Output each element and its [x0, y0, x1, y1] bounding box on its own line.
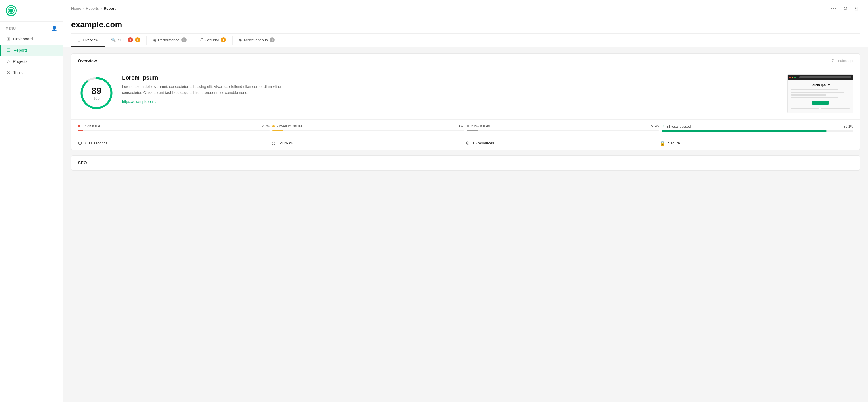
meta-resources-value: 15 resources	[473, 141, 494, 145]
seo-card-header: SEO	[71, 156, 860, 170]
stat-high-fill	[78, 130, 83, 131]
sidebar-item-projects[interactable]: ◇ Projects	[0, 56, 63, 67]
breadcrumb-reports[interactable]: Reports	[86, 6, 99, 11]
breadcrumb-home[interactable]: Home	[71, 6, 81, 11]
misc-badge: 1	[270, 37, 275, 42]
score-circle: 89 100	[78, 74, 115, 112]
tab-overview[interactable]: ⊟ Overview	[71, 34, 104, 47]
seo-card: SEO	[71, 155, 860, 171]
meta-size-value: 54.26 kB	[279, 141, 293, 145]
secure-icon: 🔒	[659, 141, 665, 146]
sidebar-item-dashboard[interactable]: ⊞ Dashboard	[0, 33, 63, 44]
tab-seo[interactable]: 🔍 SEO 1 1	[105, 34, 146, 47]
meta-row: ⏱ 0.11 seconds ⚖ 54.26 kB ⚙ 15 resources…	[71, 136, 860, 150]
meta-time-value: 0.11 seconds	[85, 141, 107, 145]
check-icon: ✓	[661, 124, 665, 129]
stat-passed: ✓ 31 tests passed 86.1%	[661, 124, 854, 131]
topbar-actions: ··· ↻ 🖨	[829, 4, 860, 13]
tools-icon: ✕	[7, 70, 10, 75]
preview-line-3	[791, 94, 826, 96]
site-description: Lorem ipsum dolor sit amet, consectetur …	[122, 84, 283, 96]
projects-icon: ◇	[7, 59, 10, 64]
preview-dot-red	[789, 77, 791, 78]
overview-card: Overview 7 minutes ago 89	[71, 53, 860, 150]
breadcrumb-sep1: ›	[83, 6, 84, 11]
stat-passed-fill	[661, 130, 827, 131]
meta-secure-value: Secure	[668, 141, 680, 145]
score-total: 100	[91, 96, 102, 100]
preview-footer-left	[791, 108, 819, 110]
stat-medium-pct: 5.6%	[456, 124, 464, 128]
preview-content: Lorem Ipsum	[787, 80, 853, 113]
meta-secure: 🔒 Secure	[659, 141, 854, 146]
seo-badge-yellow: 1	[135, 37, 140, 42]
sidebar-item-reports[interactable]: ☰ Reports	[0, 44, 63, 56]
stat-low-label: 2 low issues	[471, 124, 490, 128]
sidebar-nav: ⊞ Dashboard ☰ Reports ◇ Projects ✕ Tools	[0, 33, 63, 402]
stat-low-bar	[467, 130, 659, 131]
seo-section-title: SEO	[78, 160, 87, 165]
tab-performance[interactable]: ◉ Performance 1	[147, 34, 193, 47]
dot-high	[78, 125, 80, 127]
preview-title: Lorem Ipsum	[791, 83, 849, 87]
stats-row: 1 high issue 2.8% 2 medium issues 5.6%	[71, 119, 860, 136]
tabs: ⊟ Overview 🔍 SEO 1 1 ◉ Performance 1 🛡 S…	[71, 33, 860, 47]
tab-security[interactable]: 🛡 Security 1	[193, 34, 232, 47]
stat-low-pct: 5.6%	[651, 124, 659, 128]
seo-badge-red: 1	[128, 37, 133, 42]
stat-medium: 2 medium issues 5.6%	[273, 124, 464, 131]
preview-footer-right	[821, 108, 849, 110]
preview-button	[812, 101, 829, 104]
user-icon[interactable]: 👤	[52, 26, 57, 31]
score-number: 89	[91, 86, 102, 96]
breadcrumb-sep2: ›	[101, 6, 102, 11]
overview-card-header: Overview 7 minutes ago	[71, 54, 860, 68]
site-title: Lorem Ipsum	[122, 74, 780, 81]
overview-section-title: Overview	[78, 58, 97, 63]
page-header: example.com ⊟ Overview 🔍 SEO 1 1 ◉ Perfo…	[63, 17, 868, 47]
dot-low	[467, 125, 469, 127]
more-button[interactable]: ···	[829, 4, 838, 13]
security-badge: 1	[221, 37, 226, 42]
meta-size: ⚖ 54.26 kB	[272, 141, 465, 146]
overview-info: Lorem Ipsum Lorem ipsum dolor sit amet, …	[122, 74, 780, 119]
overview-timestamp: 7 minutes ago	[832, 59, 854, 63]
sidebar-item-tools[interactable]: ✕ Tools	[0, 67, 63, 78]
print-button[interactable]: 🖨	[853, 5, 860, 12]
preview-url-bar	[799, 76, 851, 78]
refresh-button[interactable]: ↻	[842, 4, 849, 13]
meta-time: ⏱ 0.11 seconds	[78, 141, 272, 146]
dashboard-icon: ⊞	[7, 36, 10, 42]
stat-low: 2 low issues 5.6%	[467, 124, 659, 131]
resources-icon: ⚙	[466, 141, 470, 146]
preview-footer	[791, 108, 849, 110]
score-text: 89 100	[91, 86, 102, 100]
dot-medium	[273, 125, 275, 127]
reports-icon: ☰	[7, 48, 11, 53]
preview-dot-yellow	[792, 77, 793, 78]
size-icon: ⚖	[272, 141, 276, 146]
stat-passed-label: 31 tests passed	[666, 125, 690, 129]
menu-label: MENU 👤	[0, 22, 63, 33]
stat-high-bar	[78, 130, 270, 131]
site-url-link[interactable]: https://example.com/	[122, 99, 156, 104]
tab-miscellaneous[interactable]: ⊕ Miscellaneous 1	[232, 34, 281, 47]
stat-high-label: 1 high issue	[82, 124, 100, 128]
preview-topbar	[787, 75, 853, 80]
preview-line-4	[791, 97, 838, 98]
preview-line-1	[791, 89, 838, 90]
preview-lines	[791, 89, 849, 98]
content-area: Overview 7 minutes ago 89	[63, 47, 868, 177]
breadcrumb-current: Report	[104, 6, 116, 11]
site-preview: Lorem Ipsum	[787, 74, 854, 113]
performance-badge: 1	[182, 37, 187, 42]
stat-medium-bar	[273, 130, 464, 131]
logo[interactable]	[0, 0, 63, 22]
stat-medium-fill	[273, 130, 283, 131]
stat-medium-label: 2 medium issues	[277, 124, 302, 128]
breadcrumb: Home › Reports › Report	[71, 6, 116, 11]
stat-low-fill	[467, 130, 478, 131]
preview-dot-green	[795, 77, 796, 78]
sidebar: MENU 👤 ⊞ Dashboard ☰ Reports ◇ Projects …	[0, 0, 63, 402]
preview-line-2	[791, 92, 844, 93]
